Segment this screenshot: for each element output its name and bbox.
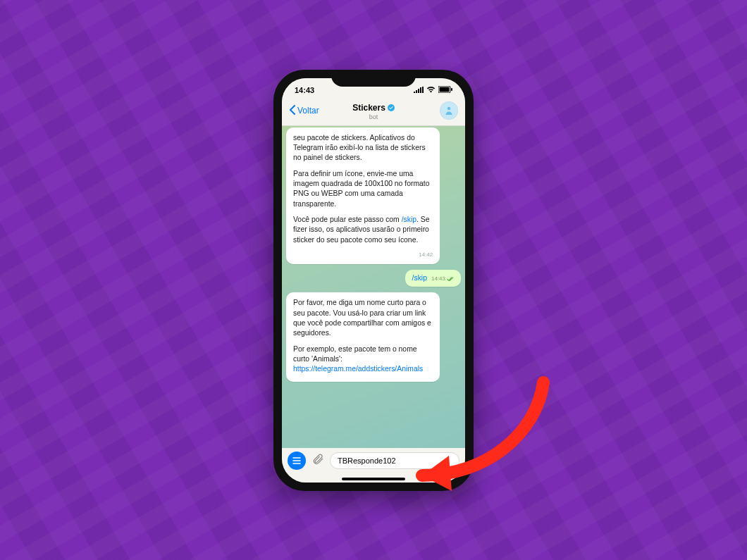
phone-frame: 14:43 Voltar — [273, 70, 474, 491]
phone-notch — [331, 70, 416, 87]
message-link[interactable]: /skip — [402, 216, 416, 223]
phone-screen: 14:43 Voltar — [282, 78, 465, 483]
home-indicator-area — [282, 475, 465, 483]
message-text: seu pacote de stickers. Aplicativos do T… — [293, 133, 433, 163]
message-input-bar: TBResponde102 — [282, 448, 465, 475]
message-command[interactable]: /skip — [412, 273, 427, 283]
message-time-out: 14:43 — [431, 275, 454, 283]
chat-subtitle: bot — [282, 113, 465, 120]
paperclip-icon — [311, 453, 324, 466]
chat-avatar[interactable] — [440, 101, 458, 120]
message-input[interactable]: TBResponde102 — [330, 452, 459, 469]
svg-rect-1 — [440, 87, 450, 92]
message-text-span: Você pode pular este passo com — [293, 216, 402, 223]
chat-nav-bar: Voltar Stickers bot — [282, 98, 465, 126]
status-time: 14:43 — [295, 86, 314, 94]
status-icons — [414, 86, 452, 94]
menu-icon — [292, 457, 301, 464]
wifi-icon — [426, 86, 436, 94]
checks-icon — [447, 277, 454, 282]
message-time: 14:42 — [293, 251, 433, 259]
message-text: Por favor, me diga um nome curto para o … — [293, 298, 433, 338]
signal-icon — [414, 86, 424, 94]
chat-title-row: Stickers — [352, 103, 395, 113]
message-text: Para definir um ícone, envie-me uma imag… — [293, 169, 433, 209]
battery-icon — [438, 86, 452, 94]
message-outgoing[interactable]: /skip 14:43 — [405, 270, 461, 287]
message-text: Você pode pular este passo com /skip. Se… — [293, 215, 433, 245]
home-indicator — [342, 478, 405, 480]
chat-messages[interactable]: seu pacote de stickers. Aplicativos do T… — [282, 126, 465, 448]
message-incoming[interactable]: seu pacote de stickers. Aplicativos do T… — [286, 127, 440, 265]
message-incoming[interactable]: Por favor, me diga um nome curto para o … — [286, 292, 440, 382]
verified-icon — [388, 104, 395, 111]
message-link-url[interactable]: https://telegram.me/addstickers/Animals — [293, 365, 423, 373]
chat-title: Stickers — [352, 103, 385, 113]
attach-button[interactable] — [311, 453, 324, 468]
svg-point-3 — [447, 107, 451, 111]
nav-center[interactable]: Stickers bot — [282, 101, 465, 120]
menu-button[interactable] — [288, 452, 306, 470]
message-time: 14:43 — [431, 275, 445, 283]
svg-rect-2 — [451, 88, 452, 91]
message-text-span: Por exemplo, este pacote tem o nome curt… — [293, 345, 417, 363]
message-text: Por exemplo, este pacote tem o nome curt… — [293, 344, 433, 375]
